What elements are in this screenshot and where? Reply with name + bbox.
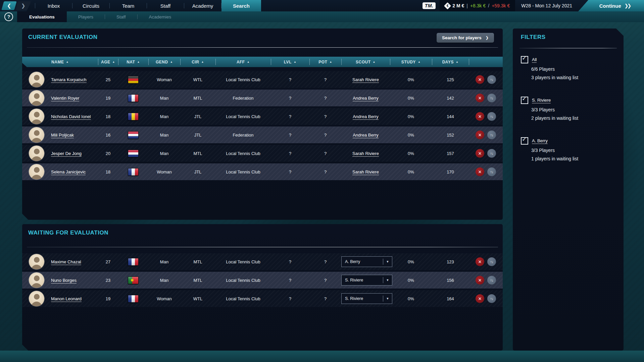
player-name-link[interactable]: Jesper De Jong <box>51 151 82 157</box>
level-cell: ? <box>271 296 309 301</box>
nav-item-academy[interactable]: Academy <box>184 0 221 11</box>
scout-link[interactable]: Andrea Berry <box>353 114 379 120</box>
sub-nav: ? Evaluations Players Staff Academies <box>0 11 644 22</box>
checkbox-all[interactable] <box>521 56 528 63</box>
reorder-button[interactable]: ↑↓ <box>487 112 496 121</box>
column-header-scout[interactable]: SCOUT▲ <box>341 57 390 67</box>
avatar-cell <box>22 90 51 106</box>
nationality-cell <box>118 276 148 284</box>
column-header-age[interactable]: AGE▲ <box>98 57 118 67</box>
scout-dropdown[interactable]: S. Riviere ▼ <box>341 293 392 304</box>
checkbox-a-berry[interactable] <box>521 137 528 145</box>
player-name-link[interactable]: Manon Leonard <box>51 296 82 302</box>
filter-label-a-berry[interactable]: A. Berry <box>532 138 548 144</box>
nav-item-team[interactable]: Team <box>110 0 147 11</box>
avatar-cell <box>22 72 51 87</box>
tab-evaluations[interactable]: Evaluations <box>17 11 67 22</box>
circuit-cell: MTL <box>180 259 215 264</box>
player-name-link[interactable]: Nuno Borges <box>51 278 77 283</box>
scout-cell: Andrea Berry Andrea Berry ▼ <box>341 133 390 138</box>
scout-cell: Sarah Riviere Sarah Riviere ▼ <box>341 169 390 174</box>
remove-button[interactable]: ✕ <box>476 294 484 303</box>
scout-dropdown[interactable]: S. Riviere ▼ <box>341 275 392 286</box>
remove-button[interactable]: ✕ <box>476 276 484 285</box>
column-header-nat[interactable]: NAT▲ <box>118 57 148 67</box>
tab-staff[interactable]: Staff <box>105 11 137 22</box>
age-cell: 18 <box>98 114 118 119</box>
reorder-button[interactable]: ↑↓ <box>487 257 496 266</box>
study-cell: 0% <box>390 169 432 174</box>
nationality-cell <box>118 76 148 84</box>
days-cell: 152 <box>432 133 469 138</box>
column-header-name[interactable]: NAME▲ <box>22 57 98 67</box>
reorder-button[interactable]: ↑↓ <box>487 94 496 102</box>
money-box: € 2 M € | +8.3k € / +59.3k € <box>440 0 515 11</box>
nationality-cell <box>118 258 148 266</box>
remove-button[interactable]: ✕ <box>476 167 484 176</box>
player-avatar <box>29 127 44 143</box>
forward-button[interactable]: ❯ <box>15 1 31 10</box>
remove-button[interactable]: ✕ <box>476 131 484 139</box>
age-cell: 20 <box>98 151 118 156</box>
scout-dropdown[interactable]: A. Berry ▼ <box>341 256 392 267</box>
nav-item-staff[interactable]: Staff <box>147 0 184 11</box>
scout-link[interactable]: Andrea Berry <box>353 96 379 101</box>
scout-link[interactable]: Andrea Berry <box>353 133 379 138</box>
avatar-cell <box>22 109 51 124</box>
column-header-pot[interactable]: POT▲ <box>309 57 341 67</box>
actions-cell: ✕ ↑↓ <box>469 276 503 285</box>
nationality-flag <box>128 113 139 120</box>
filter-label-s-riviere[interactable]: S. Riviere <box>532 98 551 103</box>
circuit-cell: WTL <box>180 296 215 301</box>
reorder-button[interactable]: ↑↓ <box>487 276 496 285</box>
back-button[interactable]: ❮ <box>1 1 16 10</box>
scout-link[interactable]: Sarah Riviere <box>352 151 379 157</box>
level-cell: ? <box>271 259 309 264</box>
money-bar: | <box>466 3 468 8</box>
column-header-gend[interactable]: GEND▲ <box>148 57 180 67</box>
column-header-study[interactable]: STUDY▲ <box>390 57 432 67</box>
help-icon[interactable]: ? <box>4 12 13 21</box>
reorder-button[interactable]: ↑↓ <box>487 149 496 158</box>
player-name-link[interactable]: Tamara Korpatsch <box>51 77 87 83</box>
player-name-link[interactable]: Maxime Chazal <box>51 259 81 265</box>
remove-button[interactable]: ✕ <box>476 257 484 266</box>
nav-item-search[interactable]: Search <box>221 0 261 11</box>
nav-item-circuits[interactable]: Circuits <box>72 0 109 11</box>
reorder-button[interactable]: ↑↓ <box>487 294 496 303</box>
reorder-button[interactable]: ↑↓ <box>487 167 496 176</box>
player-name-link[interactable]: Selena Janicijevic <box>51 169 86 175</box>
column-header-days[interactable]: DAYS▲ <box>432 57 469 67</box>
level-cell: ? <box>271 96 309 101</box>
checkbox-s-riviere[interactable] <box>521 97 528 104</box>
study-cell: 0% <box>390 133 432 138</box>
column-header-lvl[interactable]: LVL▲ <box>271 57 309 67</box>
reorder-button[interactable]: ↑↓ <box>487 131 496 139</box>
scout-cell: Sarah Riviere Sarah Riviere ▼ <box>341 77 390 82</box>
scout-link[interactable]: Sarah Riviere <box>352 77 379 83</box>
column-header-aff[interactable]: AFF▲ <box>215 57 271 67</box>
filter-label-all[interactable]: All <box>532 57 537 63</box>
tab-academies[interactable]: Academies <box>138 11 183 22</box>
player-name-link[interactable]: Valentin Royer <box>51 96 79 101</box>
potential-cell: ? <box>309 296 341 301</box>
circuit-cell: WTL <box>180 77 215 82</box>
player-name-link[interactable]: Mili Poljicak <box>51 133 74 138</box>
remove-button[interactable]: ✕ <box>476 94 484 102</box>
remove-button[interactable]: ✕ <box>476 112 484 121</box>
affiliation-cell: Local Tennis Club <box>215 259 271 264</box>
remove-button[interactable]: ✕ <box>476 75 484 84</box>
filter-waiting-count: 3 players in waiting list <box>531 75 619 80</box>
continue-button[interactable]: Continue ❯❯ <box>578 0 644 11</box>
nationality-flag <box>128 131 139 139</box>
scout-link[interactable]: Sarah Riviere <box>352 169 379 175</box>
tab-players[interactable]: Players <box>67 11 105 22</box>
remove-button[interactable]: ✕ <box>476 149 484 158</box>
player-name-link[interactable]: Nicholas David Ionel <box>51 114 91 120</box>
name-cell: Mili Poljicak <box>51 133 98 138</box>
nav-item-inbox[interactable]: Inbox <box>35 0 72 11</box>
search-for-players-button[interactable]: Search for players ❯ <box>437 33 494 43</box>
reorder-button[interactable]: ↑↓ <box>487 75 496 84</box>
column-header-cir[interactable]: CIR▲ <box>180 57 215 67</box>
divider <box>27 47 498 48</box>
